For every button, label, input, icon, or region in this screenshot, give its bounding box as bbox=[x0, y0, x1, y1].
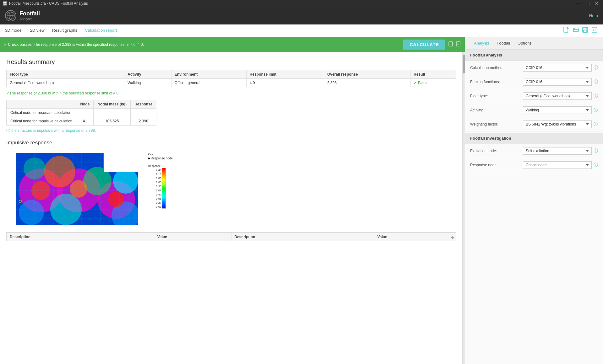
heatmap-key-dot-row: Response node bbox=[148, 157, 173, 160]
colorbar-label-response: Response: bbox=[148, 164, 161, 168]
bottom-table-scroll-btn[interactable] bbox=[449, 233, 456, 241]
panel-row-response-node: Response node: Critical node ⓘ bbox=[465, 158, 603, 172]
weighting-label: Weighting factor: bbox=[470, 122, 520, 126]
tab-2d-view[interactable]: 2D view bbox=[30, 25, 45, 36]
tab-calculation-report[interactable]: Calculation report bbox=[85, 25, 117, 36]
forcing-info-icon[interactable]: ⓘ bbox=[594, 79, 598, 85]
panel-row-excitation: Excitation node: Self excitation ⓘ bbox=[465, 144, 603, 158]
cb-val-8: 0.27 bbox=[148, 201, 161, 205]
floor-type-label: Floor type: bbox=[470, 94, 520, 98]
bottom-table1-col1: Description bbox=[7, 233, 154, 241]
excitation-info-icon[interactable]: ⓘ bbox=[594, 148, 598, 154]
svg-text:XL: XL bbox=[593, 29, 597, 32]
panel-row-calc-method: Calculation method: CCIP-016 ⓘ bbox=[465, 61, 603, 75]
heatmap-response-dot bbox=[148, 158, 150, 159]
floor-type-control: General (office, workshop) ⓘ bbox=[523, 92, 598, 100]
right-tab-footfall[interactable]: Footfall bbox=[493, 38, 514, 49]
col-activity: Activity bbox=[124, 70, 171, 79]
calc-method-info-icon[interactable]: ⓘ bbox=[594, 65, 598, 71]
node-mass-impulsive: 105.625 bbox=[94, 117, 131, 126]
node-label-resonant: Critical node for resonant calculation bbox=[7, 109, 76, 117]
node-table: Node Nodal mass (kg) Response Critical n… bbox=[6, 100, 156, 126]
cell-floor-type: General (office, workshop) bbox=[7, 79, 124, 87]
activity-label: Activity: bbox=[470, 108, 520, 112]
cb-val-4: 1.33 bbox=[148, 184, 161, 188]
export-report-icon[interactable]: XL bbox=[455, 41, 461, 48]
save-file-icon[interactable] bbox=[582, 26, 589, 35]
cell-overall-response: 2.398 bbox=[324, 79, 410, 87]
window-title: 🪟 Footfall Mescouris.cfa - CADS Footfall… bbox=[3, 1, 88, 6]
window-controls[interactable]: — ☐ ✕ bbox=[574, 1, 600, 6]
activity-info-icon[interactable]: ⓘ bbox=[594, 107, 598, 113]
scrollbar-thumb[interactable] bbox=[463, 55, 465, 73]
title-icon: 🪟 bbox=[3, 1, 7, 6]
forcing-select[interactable]: CCIP-016 bbox=[523, 78, 592, 86]
heatmap-key-label: Key: bbox=[148, 153, 173, 156]
export-icon[interactable]: XL bbox=[591, 26, 598, 35]
node-col-node: Node bbox=[76, 100, 94, 109]
weighting-select[interactable]: BS 6841 Wg: z-axis vibrations bbox=[523, 120, 592, 128]
weighting-control: BS 6841 Wg: z-axis vibrations ⓘ bbox=[523, 120, 598, 128]
cell-activity: Walking bbox=[124, 79, 171, 87]
footfall-investigation-header: Footfall investigation bbox=[465, 133, 603, 144]
response-node-select[interactable]: Critical node bbox=[523, 161, 592, 169]
scrollbar-track[interactable] bbox=[462, 52, 465, 364]
activity-select[interactable]: Walking bbox=[523, 106, 592, 114]
svg-rect-4 bbox=[564, 27, 568, 32]
right-tabs: Analysis Footfall Options bbox=[465, 37, 603, 50]
open-file-icon[interactable] bbox=[572, 26, 579, 35]
minimize-button[interactable]: — bbox=[574, 1, 583, 6]
svg-rect-7 bbox=[584, 30, 587, 32]
right-tab-options[interactable]: Options bbox=[514, 38, 535, 49]
calc-method-select[interactable]: CCIP-016 bbox=[523, 64, 592, 72]
response-node-info-icon[interactable]: ⓘ bbox=[594, 162, 598, 168]
excitation-select[interactable]: Self excitation bbox=[523, 147, 592, 155]
new-file-icon[interactable] bbox=[563, 26, 570, 35]
heatmap-container: Key: Response node Response: 2.40 2 bbox=[6, 150, 456, 226]
info-note: ⓘThe structure is impulsive with a respo… bbox=[6, 128, 456, 133]
node-row-resonant: Critical node for resonant calculation -… bbox=[7, 109, 156, 117]
floor-type-select[interactable]: General (office, workshop) bbox=[523, 92, 592, 100]
calculate-button[interactable]: CALCULATE bbox=[403, 40, 445, 50]
right-tab-analysis[interactable]: Analysis bbox=[470, 38, 493, 49]
floor-type-info-icon[interactable]: ⓘ bbox=[594, 93, 598, 99]
report-icon[interactable] bbox=[448, 41, 454, 48]
svg-point-30 bbox=[108, 191, 124, 207]
heatmap-wrapper: Key: Response node Response: 2.40 2 bbox=[16, 153, 138, 226]
table-row: General (office, workshop) Walking Offic… bbox=[7, 79, 456, 87]
logo-icon bbox=[5, 10, 16, 21]
cb-val-9: 0.00 bbox=[148, 205, 161, 209]
node-row-impulsive: Critical node for impulsive calculation … bbox=[7, 117, 156, 126]
close-button[interactable]: ✕ bbox=[593, 1, 600, 6]
bottom-table2-col2: Value bbox=[374, 233, 449, 241]
bottom-tables-header: Description Value Description Value bbox=[6, 232, 456, 241]
right-panel: Analysis Footfall Options Footfall analy… bbox=[465, 37, 603, 364]
tab-3d-model[interactable]: 3D model bbox=[5, 25, 23, 36]
node-col-label bbox=[7, 100, 76, 109]
statusbar-icons: XL bbox=[448, 41, 461, 48]
forcing-label: Forcing functions: bbox=[470, 80, 520, 84]
app-header: Footfall Analysis Help bbox=[0, 7, 603, 24]
node-node-resonant: - bbox=[76, 109, 94, 117]
excitation-control: Self excitation ⓘ bbox=[523, 147, 598, 155]
heatmap-response-node-label: Response node bbox=[151, 157, 173, 160]
maximize-button[interactable]: ☐ bbox=[584, 1, 592, 6]
toolbar-icons: XL bbox=[563, 26, 598, 35]
cb-val-5: 1.07 bbox=[148, 188, 161, 192]
results-summary-title: Results summary bbox=[6, 58, 456, 66]
tab-result-graphs[interactable]: Result graphs bbox=[52, 25, 77, 36]
forcing-control: CCIP-016 ⓘ bbox=[523, 78, 598, 86]
response-node-label: Response node: bbox=[470, 163, 520, 167]
statusbar: ✓ Check passes: The response of 2.398 is… bbox=[0, 37, 465, 52]
node-response-resonant: - bbox=[131, 109, 156, 117]
node-label-impulsive: Critical node for impulsive calculation bbox=[7, 117, 76, 126]
help-button[interactable]: Help bbox=[589, 13, 598, 18]
col-result: Result bbox=[410, 70, 456, 79]
heatmap-svg bbox=[16, 153, 138, 225]
title-bar: 🪟 Footfall Mescouris.cfa - CADS Footfall… bbox=[0, 0, 603, 7]
bottom-table2-col1: Description bbox=[231, 233, 374, 241]
weighting-info-icon[interactable]: ⓘ bbox=[594, 121, 598, 127]
svg-text:XL: XL bbox=[457, 43, 460, 46]
heatmap-key-area: Key: Response node Response: 2.40 2 bbox=[148, 153, 173, 209]
cb-val-6: 0.80 bbox=[148, 192, 161, 196]
